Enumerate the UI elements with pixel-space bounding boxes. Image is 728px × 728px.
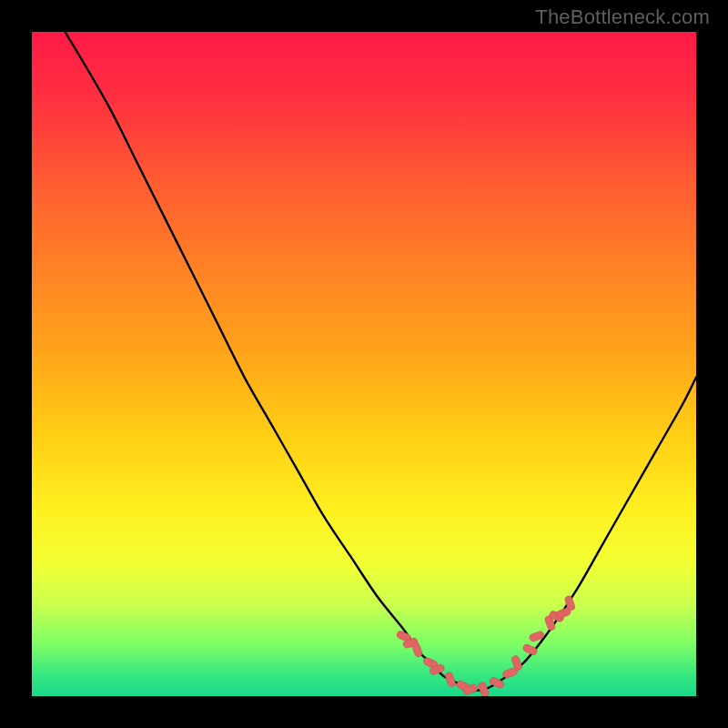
plot-area xyxy=(32,32,696,696)
marker-point xyxy=(411,642,423,658)
curve-layer xyxy=(32,32,696,696)
watermark-text: TheBottleneck.com xyxy=(535,5,710,29)
marker-point xyxy=(444,672,456,688)
bottleneck-curve xyxy=(66,32,697,691)
highlight-markers xyxy=(396,595,576,696)
chart-frame: TheBottleneck.com xyxy=(0,0,728,728)
